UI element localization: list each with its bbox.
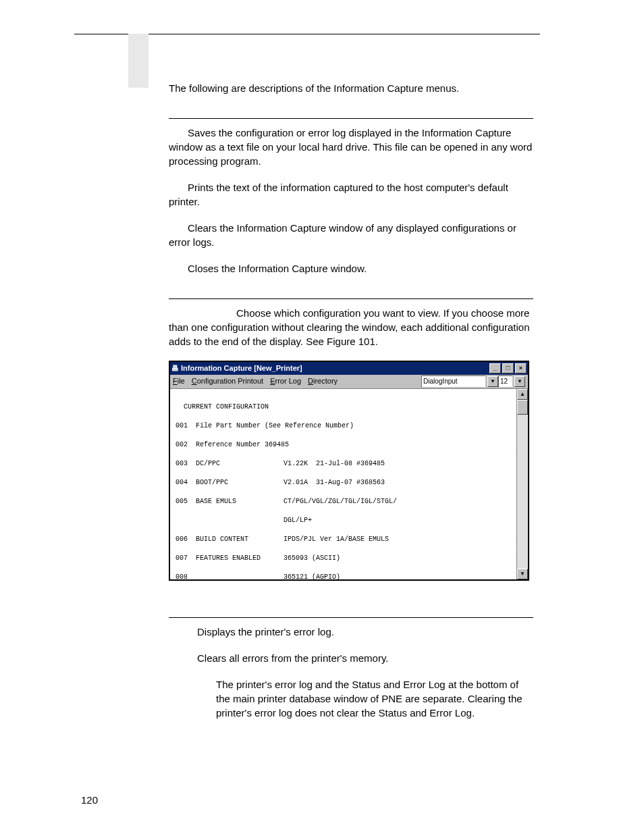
scroll-up-icon[interactable]: ▲ — [517, 389, 528, 400]
scroll-thumb[interactable] — [517, 400, 528, 415]
window-title: Information Capture [New_Printer] — [181, 363, 302, 373]
close-icon[interactable]: × — [515, 363, 527, 373]
fontsize-select[interactable]: 12 — [498, 375, 513, 388]
vertical-scrollbar[interactable]: ▲ ▼ — [516, 389, 528, 579]
chevron-down-icon[interactable]: ▼ — [514, 376, 525, 387]
file-close: Closes the Information Capture window. — [169, 261, 533, 276]
scroll-down-icon[interactable]: ▼ — [517, 569, 528, 579]
menu-file[interactable]: File — [173, 376, 185, 386]
page-number: 120 — [81, 793, 98, 807]
file-saveas: Saves the configuration or error log dis… — [169, 126, 533, 168]
minimize-icon[interactable]: _ — [489, 363, 501, 373]
errorlog-note: The printer's error log and the Status a… — [169, 677, 533, 720]
errorlog-clear: Clears all errors from the printer's mem… — [169, 651, 533, 665]
errorlog-allerrors: Displays the printer's error log. — [169, 625, 533, 639]
menu-directory[interactable]: Directory — [308, 376, 338, 386]
menu-config-printout[interactable]: Configuration Printout — [192, 376, 263, 386]
printer-icon: 🖶 — [171, 363, 181, 373]
config-para: Choose which configuration you want to v… — [169, 306, 533, 348]
intro-para: The following are descriptions of the In… — [169, 81, 533, 95]
section-divider-config — [169, 298, 533, 299]
capture-content: CURRENT CONFIGURATION 001File Part Numbe… — [170, 389, 516, 579]
section-divider-errlog — [169, 617, 533, 618]
section-divider-file — [169, 118, 533, 119]
menu-error-log[interactable]: Error Log — [270, 376, 301, 386]
menubar: File Configuration Printout Error Log Di… — [170, 375, 528, 389]
chapter-tab — [128, 34, 149, 88]
font-select[interactable]: DialogInput — [421, 375, 486, 388]
body-text: The following are descriptions of the In… — [169, 81, 533, 720]
information-capture-window: 🖶 Information Capture [New_Printer] _ □ … — [169, 361, 529, 581]
file-clear: Clears the Information Capture window of… — [169, 221, 533, 249]
maximize-icon[interactable]: □ — [502, 363, 514, 373]
window-titlebar[interactable]: 🖶 Information Capture [New_Printer] _ □ … — [170, 362, 528, 375]
chevron-down-icon[interactable]: ▼ — [487, 376, 498, 387]
file-print: Prints the text of the information captu… — [169, 180, 533, 209]
